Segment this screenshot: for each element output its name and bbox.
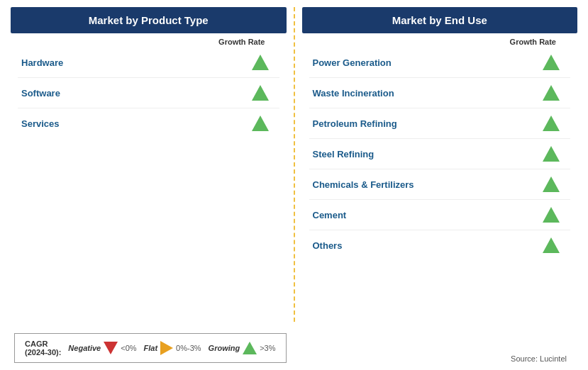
hardware-label: Hardware bbox=[21, 57, 63, 68]
end-use-list: Power Generation Waste Incineration Petr… bbox=[302, 47, 578, 260]
product-type-section: Market by Product Type Growth Rate Hardw… bbox=[11, 7, 287, 322]
product-type-header: Market by Product Type bbox=[11, 7, 287, 33]
services-arrow-up-icon bbox=[252, 116, 269, 131]
list-item: Software bbox=[18, 78, 279, 108]
list-item: Petroleum Refining bbox=[309, 108, 571, 139]
power-generation-label: Power Generation bbox=[313, 57, 392, 68]
list-item: Chemicals & Fertilizers bbox=[309, 169, 571, 200]
chemicals-fertilizers-label: Chemicals & Fertilizers bbox=[313, 179, 414, 190]
section-divider bbox=[287, 7, 302, 322]
steel-refining-arrow-icon bbox=[543, 146, 560, 162]
end-use-section: Market by End Use Growth Rate Power Gene… bbox=[302, 7, 578, 322]
cement-label: Cement bbox=[313, 210, 347, 220]
bottom-row: CAGR (2024-30): Negative <0% Flat 0%-3% … bbox=[11, 325, 577, 363]
cagr-label: CAGR (2024-30): bbox=[25, 340, 61, 357]
waste-incineration-label: Waste Incineration bbox=[313, 88, 394, 99]
negative-arrow-icon bbox=[104, 342, 118, 354]
software-label: Software bbox=[21, 88, 60, 99]
hardware-arrow-up-icon bbox=[252, 55, 269, 70]
others-arrow-icon bbox=[543, 237, 560, 253]
list-item: Waste Incineration bbox=[309, 78, 571, 108]
flat-arrow-icon bbox=[160, 341, 173, 355]
waste-incineration-arrow-icon bbox=[543, 85, 560, 101]
steel-refining-label: Steel Refining bbox=[313, 149, 375, 159]
petroleum-refining-arrow-icon bbox=[543, 116, 560, 131]
growing-arrow-icon bbox=[243, 342, 257, 354]
source-text: Source: Lucintel bbox=[511, 354, 577, 363]
software-arrow-up-icon bbox=[252, 85, 269, 101]
others-label: Others bbox=[313, 240, 343, 251]
product-type-list: Hardware Software Services bbox=[11, 47, 287, 138]
chemicals-fertilizers-arrow-icon bbox=[543, 176, 560, 192]
list-item: Others bbox=[309, 230, 571, 260]
list-item: Steel Refining bbox=[309, 139, 571, 169]
end-use-header: Market by End Use bbox=[302, 7, 578, 33]
list-item: Hardware bbox=[18, 47, 279, 78]
list-item: Services bbox=[18, 108, 279, 138]
petroleum-refining-label: Petroleum Refining bbox=[313, 118, 397, 129]
legend-growing: Growing >3% bbox=[209, 342, 276, 354]
product-type-growth-label: Growth Rate bbox=[11, 33, 287, 47]
legend-box: CAGR (2024-30): Negative <0% Flat 0%-3% … bbox=[14, 333, 287, 363]
power-generation-arrow-icon bbox=[543, 55, 560, 70]
end-use-growth-label: Growth Rate bbox=[302, 33, 578, 47]
legend-flat: Flat 0%-3% bbox=[144, 341, 201, 355]
legend-negative: Negative <0% bbox=[68, 342, 136, 354]
list-item: Cement bbox=[309, 200, 571, 230]
dashed-line bbox=[294, 7, 295, 322]
services-label: Services bbox=[21, 118, 60, 129]
list-item: Power Generation bbox=[309, 47, 571, 78]
cement-arrow-icon bbox=[543, 207, 560, 223]
